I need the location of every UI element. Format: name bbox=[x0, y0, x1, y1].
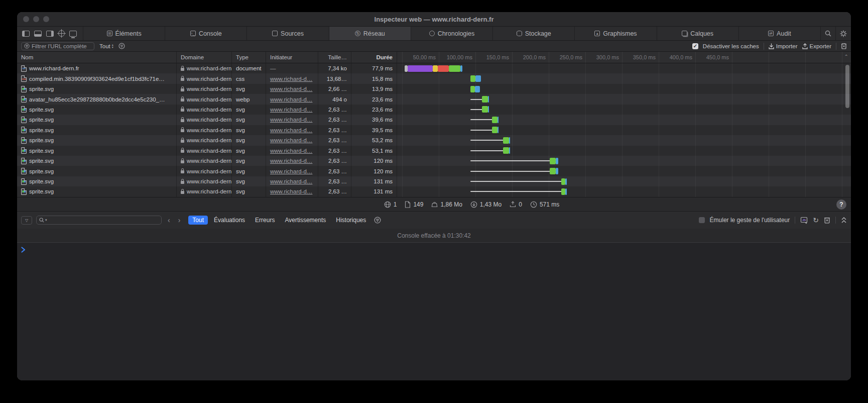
table-row[interactable]: sprite.svgwww.richard-dern.frsvgwww.rich… bbox=[17, 105, 851, 115]
clear-console-icon[interactable] bbox=[824, 217, 830, 224]
status-item: 0 bbox=[510, 201, 522, 208]
js-context-icon[interactable]: JS bbox=[800, 217, 808, 224]
table-row[interactable]: sprite.svgwww.richard-dern.frsvgwww.rich… bbox=[17, 84, 851, 94]
table-row[interactable]: sprite.svgwww.richard-dern.frsvgwww.rich… bbox=[17, 176, 851, 186]
table-row[interactable]: sprite.svgwww.richard-dern.frsvgwww.rich… bbox=[17, 115, 851, 125]
initiator-link[interactable]: www.richard-d… bbox=[270, 117, 312, 123]
device-icon[interactable] bbox=[69, 31, 77, 37]
network-icon: ⇅ bbox=[355, 31, 360, 36]
column-header-name[interactable]: Nom bbox=[17, 52, 177, 63]
column-header-domain[interactable]: Domaine bbox=[177, 52, 232, 63]
console-mode-button[interactable]: ▽ bbox=[21, 216, 32, 225]
file-name: sprite.svg bbox=[29, 148, 54, 154]
table-row[interactable]: www.richard-dern.frwww.richard-dern.frdo… bbox=[17, 63, 851, 73]
column-header-initiator[interactable]: Initiateur bbox=[266, 52, 318, 63]
table-row[interactable]: sprite.svgwww.richard-dern.frsvgwww.rich… bbox=[17, 125, 851, 135]
collapse-timeline-icon[interactable]: ⌃ bbox=[844, 54, 848, 59]
cell-size: 494 o bbox=[318, 94, 351, 104]
cell-domain: www.richard-dern.fr bbox=[177, 125, 232, 135]
export-button[interactable]: Exporter bbox=[802, 43, 831, 49]
table-row[interactable]: sprite.svgwww.richard-dern.frsvgwww.rich… bbox=[17, 146, 851, 156]
initiator-link[interactable]: www.richard-d… bbox=[270, 137, 312, 143]
table-row[interactable]: sprite.svgwww.richard-dern.frsvgwww.rich… bbox=[17, 156, 851, 166]
table-row[interactable]: sprite.svgwww.richard-dern.frsvgwww.rich… bbox=[17, 166, 851, 176]
table-row[interactable]: avatar_hu85ecc3e298728880b0bde2dcc4e5c23… bbox=[17, 94, 851, 104]
console-scope-historiques[interactable]: Historiques bbox=[332, 216, 370, 225]
close-window-button[interactable] bbox=[23, 16, 29, 22]
initiator-link[interactable]: www.richard-d… bbox=[270, 86, 312, 92]
cell-waterfall bbox=[397, 63, 851, 73]
initiator-link[interactable]: www.richard-d… bbox=[270, 178, 312, 184]
waterfall-bar-segment bbox=[408, 65, 433, 72]
table-row[interactable]: compiled.min.38390909f303624ed9e1cf1bd3f… bbox=[17, 73, 851, 83]
initiator-link[interactable]: www.richard-d… bbox=[270, 148, 312, 154]
vertical-scrollbar[interactable] bbox=[845, 65, 849, 108]
console-filter-icon[interactable] bbox=[374, 217, 381, 224]
tab-réseau[interactable]: ⇅Réseau bbox=[329, 27, 411, 40]
cell-name: sprite.svg bbox=[17, 105, 177, 115]
cell-domain: www.richard-dern.fr bbox=[177, 146, 232, 156]
dock-right-icon[interactable] bbox=[46, 31, 54, 37]
import-button[interactable]: Importer bbox=[769, 43, 798, 49]
expand-console-icon[interactable] bbox=[841, 217, 847, 224]
lock-icon bbox=[181, 78, 184, 81]
tab-audit[interactable]: ⇄Audit bbox=[739, 27, 821, 40]
emulate-user-gesture-checkbox[interactable] bbox=[699, 217, 705, 223]
initiator-link[interactable]: www.richard-d… bbox=[270, 76, 312, 82]
initiator-link[interactable]: www.richard-d… bbox=[270, 158, 312, 164]
minimize-window-button[interactable] bbox=[33, 16, 39, 22]
initiator-link[interactable]: www.richard-d… bbox=[270, 168, 312, 174]
search-icon bbox=[39, 218, 44, 223]
console-scope-avertissements[interactable]: Avertissements bbox=[281, 216, 330, 225]
initiator-link[interactable]: www.richard-d… bbox=[270, 107, 312, 113]
initiator-link[interactable]: www.richard-d… bbox=[270, 96, 312, 103]
tab-graphismes[interactable]: ▴Graphismes bbox=[575, 27, 657, 40]
tab-sources[interactable]: Sources bbox=[247, 27, 329, 40]
tab-label: Chronologies bbox=[438, 30, 475, 37]
tab-console[interactable]: ›_Console bbox=[165, 27, 247, 40]
initiator-link[interactable]: www.richard-d… bbox=[270, 127, 312, 133]
tab-éléments[interactable]: ⊞Éléments bbox=[83, 27, 165, 40]
column-header-duration[interactable]: Durée bbox=[351, 52, 397, 63]
cell-duration: 131 ms bbox=[351, 176, 397, 186]
table-row[interactable]: sprite.svgwww.richard-dern.frsvgwww.rich… bbox=[17, 186, 851, 196]
document-icon bbox=[405, 201, 411, 208]
image-file-icon bbox=[21, 168, 27, 174]
tab-chronologies[interactable]: ·Chronologies bbox=[411, 27, 493, 40]
file-name: avatar_hu85ecc3e298728880b0bde2dcc4e5c23… bbox=[29, 96, 165, 103]
help-button[interactable]: ? bbox=[836, 199, 846, 210]
element-picker-icon[interactable] bbox=[58, 30, 65, 37]
disable-caches-checkbox[interactable]: ✓ bbox=[692, 43, 698, 49]
network-table-body: www.richard-dern.frwww.richard-dern.frdo… bbox=[17, 63, 851, 197]
console-scope-évaluations[interactable]: Évaluations bbox=[210, 216, 249, 225]
console-scope-erreurs[interactable]: Erreurs bbox=[251, 216, 279, 225]
settings-button[interactable] bbox=[836, 27, 851, 40]
search-button[interactable] bbox=[821, 27, 836, 40]
cell-domain: www.richard-dern.fr bbox=[177, 73, 232, 83]
column-header-type[interactable]: Type bbox=[232, 52, 266, 63]
cell-duration: 13,9 ms bbox=[351, 84, 397, 94]
console-search-field[interactable]: ▾ bbox=[36, 216, 162, 225]
url-filter-field[interactable]: Filtrer l'URL complète bbox=[21, 42, 94, 50]
zoom-window-button[interactable] bbox=[43, 16, 49, 22]
initiator-link[interactable]: www.richard-d… bbox=[270, 188, 312, 194]
refresh-icon[interactable]: ↻ bbox=[813, 216, 819, 224]
tab-stockage[interactable]: Stockage bbox=[493, 27, 575, 40]
resource-type-select[interactable]: Tout ▴▾ bbox=[99, 43, 113, 49]
waterfall-bar-segment bbox=[565, 178, 567, 185]
console-scope-tout[interactable]: Tout bbox=[188, 216, 208, 225]
tab-calques[interactable]: Calques bbox=[657, 27, 739, 40]
network-status-bar: 11491,86 Mo1,43 Mo0571 ms ? bbox=[17, 197, 851, 211]
console-prompt[interactable] bbox=[17, 243, 851, 380]
next-result-button[interactable]: › bbox=[176, 216, 183, 224]
clear-network-items-icon[interactable] bbox=[841, 43, 847, 49]
column-header-size[interactable]: Taille… bbox=[318, 52, 351, 63]
image-file-icon bbox=[21, 147, 27, 154]
dock-bottom-icon[interactable] bbox=[34, 31, 42, 37]
table-row[interactable]: sprite.svgwww.richard-dern.frsvgwww.rich… bbox=[17, 135, 851, 145]
disable-caches-label: Désactiver les caches bbox=[703, 43, 759, 49]
filter-options-icon[interactable] bbox=[118, 43, 125, 49]
previous-result-button[interactable]: ‹ bbox=[166, 216, 172, 224]
dock-left-icon[interactable] bbox=[22, 31, 30, 37]
lock-icon bbox=[181, 170, 184, 173]
